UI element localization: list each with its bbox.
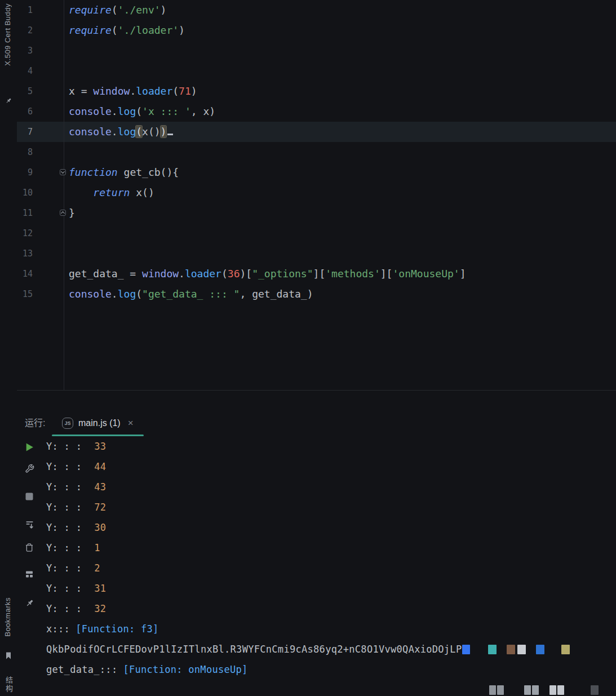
console-line: Y: : :33	[46, 436, 616, 456]
line-number: 10	[23, 188, 33, 198]
console-line: Y: : :2	[46, 558, 616, 578]
wrench-icon	[25, 464, 34, 473]
scroll-to-end-button[interactable]	[23, 518, 36, 531]
code-line[interactable]: }	[64, 203, 616, 223]
line-number: 1	[28, 5, 33, 15]
code-line[interactable]: console.log(x())	[64, 122, 616, 142]
gutter-line: 7	[17, 122, 64, 142]
tab-close-icon[interactable]: ×	[128, 418, 134, 429]
console-line: Y: : :32	[46, 599, 616, 619]
color-block	[507, 645, 515, 654]
code-line[interactable]: console.log('x ::: ', x)	[64, 101, 616, 122]
run-tool-window: 运行: JS main.js (1) ×	[17, 390, 616, 696]
line-number: 6	[28, 107, 33, 117]
pin-icon[interactable]	[5, 97, 12, 105]
line-number: 11	[23, 208, 33, 218]
settings-button[interactable]	[23, 462, 36, 475]
code-line[interactable]: require('./env')	[64, 0, 616, 20]
console-output[interactable]: Y: : :33Y: : :44Y: : :43Y: : :72Y: : :30…	[46, 436, 616, 696]
tool-window-button-bookmarks[interactable]: Bookmarks	[3, 597, 12, 637]
console-line: Y: : :1	[46, 538, 616, 558]
tool-window-button-cert-buddy[interactable]: X.509 Cert Buddy	[3, 3, 12, 66]
code-line[interactable]	[64, 142, 616, 162]
gutter-line: 11	[17, 203, 64, 223]
clear-console-button[interactable]	[23, 541, 36, 553]
rerun-button[interactable]	[23, 441, 36, 453]
code-line[interactable]	[64, 243, 616, 264]
code-line[interactable]: console.log("get_data_ ::: ", get_data_)	[64, 284, 616, 304]
line-number: 2	[28, 25, 33, 36]
gutter-line: 9	[17, 162, 64, 183]
gutter-line: 12	[17, 223, 64, 243]
code-area[interactable]: require('./env')require('./loader')x = w…	[64, 0, 616, 304]
console-line: x:::[Function: f3]	[46, 619, 616, 639]
color-block	[561, 645, 570, 654]
color-block	[591, 685, 599, 695]
color-block	[524, 685, 531, 695]
bookmark-icon[interactable]	[5, 651, 12, 660]
gutter-line: 13	[17, 243, 64, 264]
run-toolbar	[17, 391, 43, 696]
console-line: Y: : :72	[46, 497, 616, 517]
stop-button[interactable]	[23, 490, 36, 503]
line-number: 8	[28, 147, 33, 157]
console-line: Y: : :43	[46, 477, 616, 497]
color-block	[532, 685, 539, 695]
line-number: 14	[23, 269, 33, 279]
color-block	[517, 645, 526, 654]
line-number: 3	[28, 46, 33, 56]
line-number: 9	[28, 167, 33, 178]
tool-window-button-structure[interactable]: 结构	[3, 676, 14, 693]
line-number: 12	[23, 228, 33, 238]
gutter-line: 10	[17, 183, 64, 203]
console-line: Y: : :30	[46, 517, 616, 538]
stop-icon	[25, 492, 34, 501]
code-line[interactable]: get_data_ = window.loader(36)["_options"…	[64, 264, 616, 284]
code-editor[interactable]: 123456789101112131415 require('./env')re…	[17, 0, 616, 390]
gutter-line: 2	[17, 20, 64, 41]
run-tab-bar: 运行: JS main.js (1) ×	[17, 411, 616, 436]
color-block	[497, 685, 504, 695]
line-number: 7	[28, 127, 33, 137]
pin-tab-button[interactable]	[23, 597, 36, 609]
code-line[interactable]: function get_cb(){	[64, 162, 616, 183]
code-line[interactable]	[64, 223, 616, 243]
fold-marker-icon[interactable]	[60, 210, 66, 216]
console-line: get_data_:::[Function: onMouseUp]	[46, 659, 616, 680]
layout-icon	[25, 570, 34, 579]
javascript-file-icon: JS	[62, 418, 73, 429]
code-line[interactable]	[64, 41, 616, 61]
console-line	[46, 680, 616, 696]
play-icon	[25, 442, 34, 452]
scroll-to-end-icon	[25, 520, 34, 530]
console-line: Y: : :31	[46, 578, 616, 599]
code-line[interactable]: require('./loader')	[64, 20, 616, 41]
code-line[interactable]: return x()	[64, 183, 616, 203]
gutter-line: 6	[17, 101, 64, 122]
pin-icon	[25, 599, 34, 608]
code-line[interactable]	[64, 61, 616, 81]
left-tool-strip: X.509 Cert Buddy Bookmarks 结构	[0, 0, 17, 696]
console-line: QkbPodifOCrLCFEDovP1lIzITlnxBl.R3WYFCnCm…	[46, 639, 616, 659]
console-line: Y: : :44	[46, 456, 616, 477]
line-number: 13	[23, 249, 33, 259]
line-number: 15	[23, 289, 33, 299]
color-block	[462, 645, 470, 654]
color-block	[557, 685, 564, 695]
fold-marker-icon[interactable]	[60, 169, 66, 175]
gutter-line: 1	[17, 0, 64, 20]
code-line[interactable]: x = window.loader(71)	[64, 81, 616, 101]
color-block	[536, 645, 544, 654]
gutter-line: 3	[17, 41, 64, 61]
tab-main-js[interactable]: JS main.js (1) ×	[52, 411, 144, 436]
tab-title: main.js (1)	[78, 418, 121, 428]
gutter-line: 4	[17, 61, 64, 81]
gutter-line: 14	[17, 264, 64, 284]
gutter-line: 5	[17, 81, 64, 101]
line-number: 5	[28, 86, 33, 96]
editor-gutter: 123456789101112131415	[17, 0, 64, 304]
trash-icon	[25, 543, 34, 552]
gutter-line: 15	[17, 284, 64, 304]
line-number: 4	[28, 66, 33, 76]
restore-layout-button[interactable]	[23, 568, 36, 580]
